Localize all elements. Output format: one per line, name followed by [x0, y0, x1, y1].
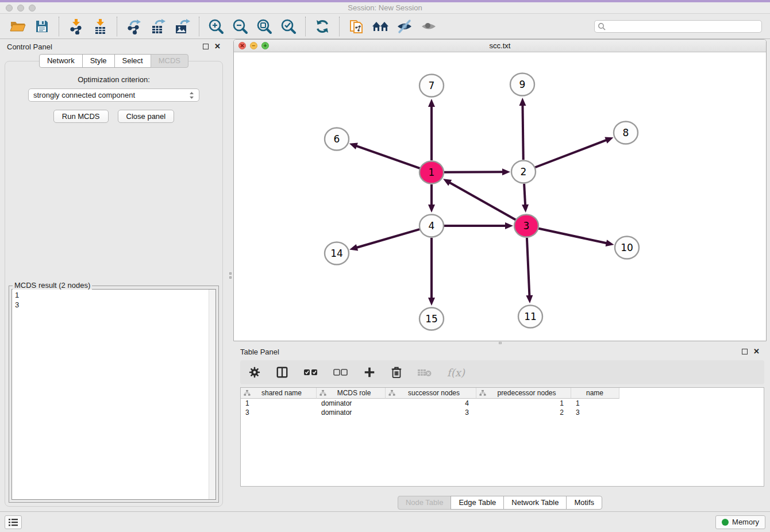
float-table-panel-icon[interactable] [742, 349, 748, 354]
optimization-criterion-select[interactable]: strongly connected component [28, 88, 199, 102]
attribute-tree-icon [244, 390, 251, 396]
column-header-shared-name[interactable]: shared name [241, 388, 317, 399]
graph-node-2[interactable]: 2 [511, 161, 536, 183]
copy-documents-icon [348, 18, 364, 34]
run-mcds-button[interactable]: Run MCDS [53, 110, 109, 123]
edge-2-8[interactable] [535, 140, 607, 167]
edge-2-9[interactable] [522, 105, 523, 160]
column-header-successor-nodes[interactable]: successor nodes [386, 388, 476, 399]
float-panel-icon[interactable] [203, 44, 209, 49]
application-window: Session: New Session [0, 0, 770, 532]
import-table-button[interactable] [90, 17, 110, 36]
mcds-result-area[interactable]: 1 3 [11, 289, 216, 500]
edge-3-1[interactable] [449, 182, 515, 220]
memory-button[interactable]: Memory [715, 515, 765, 529]
close-panel-button[interactable]: Close panel [118, 110, 175, 123]
export-network-button[interactable] [124, 17, 144, 36]
save-session-button[interactable] [32, 17, 52, 36]
zoom-selected-button[interactable] [279, 17, 298, 36]
zoom-selected-icon [280, 18, 297, 35]
export-image-button[interactable] [172, 17, 192, 36]
zoom-in-button[interactable] [206, 17, 226, 36]
cell-predecessor-nodes[interactable]: 1 [476, 399, 571, 408]
graph-node-3[interactable]: 3 [514, 215, 538, 237]
graph-node-15[interactable]: 15 [419, 308, 444, 330]
cell-successor-nodes[interactable]: 3 [386, 408, 476, 417]
memory-status-dot [722, 519, 729, 526]
eye-icon [420, 19, 437, 34]
close-panel-icon[interactable]: ✕ [214, 44, 221, 49]
cell-shared-name[interactable]: 3 [241, 408, 317, 417]
select-all-columns-button[interactable] [303, 368, 318, 376]
close-table-panel-icon[interactable]: ✕ [753, 349, 760, 354]
cell-name[interactable]: 3 [571, 408, 619, 417]
edge-2-3[interactable] [524, 184, 525, 206]
copy-network-view-button[interactable] [346, 17, 366, 36]
delete-columns-button[interactable] [391, 366, 402, 379]
arrowhead-1-6 [349, 143, 358, 149]
create-column-button[interactable] [363, 366, 376, 379]
hide-graphics-details-button[interactable] [395, 17, 414, 36]
graph-node-7[interactable]: 7 [419, 75, 444, 97]
toolbar-separator [117, 17, 117, 36]
edge-3-11[interactable] [527, 238, 530, 296]
table-tab-network-table[interactable]: Network Table [503, 496, 567, 510]
edge-4-14[interactable] [356, 229, 420, 248]
node-label-4: 4 [429, 220, 435, 232]
zoom-out-button[interactable] [230, 17, 250, 36]
column-header-predecessor-nodes[interactable]: predecessor nodes [476, 388, 571, 399]
graph-node-10[interactable]: 10 [615, 237, 639, 259]
tab-network[interactable]: Network [39, 54, 83, 68]
column-header-name[interactable]: name [571, 388, 619, 399]
cell-MCDS-role[interactable]: dominator [317, 408, 386, 417]
search-input[interactable] [594, 20, 762, 33]
apply-function-button[interactable]: f(x) [447, 367, 465, 379]
graph-node-1[interactable]: 1 [419, 161, 444, 184]
show-graphics-details-button[interactable] [419, 17, 438, 36]
vertical-splitter[interactable] [228, 39, 233, 511]
table-tab-node-table[interactable]: Node Table [398, 496, 452, 510]
search-field-wrap [594, 20, 762, 33]
table-options-button[interactable] [248, 366, 261, 379]
unselect-all-columns-button[interactable] [333, 368, 348, 376]
tab-mcds[interactable]: MCDS [151, 54, 188, 68]
table-tab-edge-table[interactable]: Edge Table [451, 496, 504, 510]
show-columns-button[interactable] [276, 366, 288, 379]
cell-MCDS-role[interactable]: dominator [317, 399, 386, 408]
table-row[interactable]: 3dominator323 [241, 408, 764, 417]
table-row[interactable]: 1dominator411 [241, 399, 764, 408]
network-canvas[interactable]: 7968124314101511 [234, 52, 766, 341]
refresh-view-button[interactable] [313, 17, 332, 36]
cell-name[interactable]: 1 [571, 399, 619, 408]
import-network-button[interactable] [66, 17, 86, 36]
graph-node-4[interactable]: 4 [419, 215, 444, 237]
tab-select[interactable]: Select [114, 54, 151, 68]
graph-node-9[interactable]: 9 [510, 74, 534, 96]
edge-3-10[interactable] [538, 228, 607, 243]
network-window-title: scc.txt [234, 41, 766, 50]
arrowhead-4-14 [349, 244, 358, 251]
homes-icon [371, 19, 390, 34]
result-scrollbar[interactable] [209, 290, 215, 499]
network-graph[interactable]: 7968124314101511 [234, 52, 766, 341]
task-history-button[interactable] [5, 515, 22, 529]
cell-shared-name[interactable]: 1 [241, 399, 317, 408]
graph-node-6[interactable]: 6 [325, 128, 349, 151]
apply-preferred-layout-button[interactable] [371, 17, 390, 36]
arrowhead-2-3 [522, 205, 529, 213]
graph-node-11[interactable]: 11 [518, 306, 542, 328]
table-tab-motifs[interactable]: Motifs [566, 496, 602, 510]
delete-table-button[interactable] [417, 367, 432, 377]
tab-style[interactable]: Style [82, 54, 115, 68]
cell-successor-nodes[interactable]: 4 [386, 399, 476, 408]
edge-1-2[interactable] [444, 172, 503, 172]
export-table-button[interactable] [148, 17, 168, 36]
node-table: shared nameMCDS rolesuccessor nodesprede… [240, 387, 764, 487]
graph-node-8[interactable]: 8 [614, 122, 638, 144]
zoom-fit-button[interactable] [255, 17, 274, 36]
open-session-button[interactable] [8, 17, 28, 36]
edge-1-6[interactable] [356, 146, 420, 168]
graph-node-14[interactable]: 14 [325, 242, 349, 265]
cell-predecessor-nodes[interactable]: 2 [476, 408, 571, 417]
column-header-MCDS-role[interactable]: MCDS role [317, 388, 386, 399]
